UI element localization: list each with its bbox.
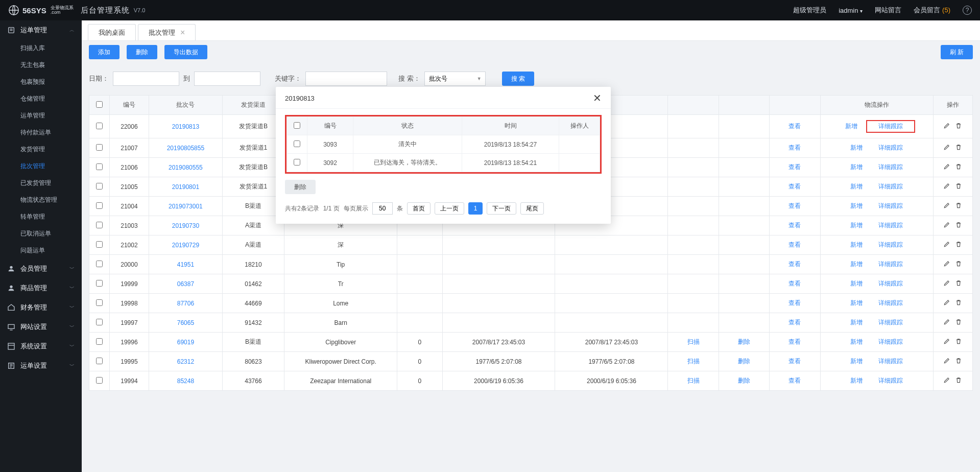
add-new-link[interactable]: 新增 bbox=[850, 241, 863, 249]
edit-icon[interactable] bbox=[943, 376, 950, 384]
sidebar-group[interactable]: 网站设置﹀ bbox=[0, 317, 82, 337]
per-page-input[interactable] bbox=[372, 202, 393, 215]
row-checkbox[interactable] bbox=[96, 280, 103, 287]
add-new-link[interactable]: 新增 bbox=[850, 221, 863, 230]
edit-icon[interactable] bbox=[943, 221, 950, 228]
modal-row-checkbox[interactable] bbox=[294, 140, 300, 147]
edit-icon[interactable] bbox=[943, 122, 950, 129]
batch-link[interactable]: 20190813 bbox=[172, 123, 199, 130]
view-link[interactable]: 查看 bbox=[788, 241, 801, 248]
detail-track-link[interactable]: 详细跟踪 bbox=[878, 163, 903, 172]
row-checkbox[interactable] bbox=[96, 299, 103, 306]
search-button[interactable]: 搜 索 bbox=[502, 72, 534, 86]
sidebar-group[interactable]: 财务管理﹀ bbox=[0, 298, 82, 317]
row-checkbox[interactable] bbox=[96, 202, 103, 209]
sidebar-item[interactable]: 转单管理 bbox=[0, 208, 82, 225]
scan-link[interactable]: 扫描 bbox=[687, 358, 700, 365]
scan-link[interactable]: 扫描 bbox=[687, 338, 700, 345]
detail-track-link[interactable]: 详细跟踪 bbox=[878, 299, 903, 308]
trash-icon[interactable] bbox=[955, 221, 962, 228]
row-checkbox[interactable] bbox=[96, 144, 103, 151]
member-messages-link[interactable]: 会员留言 (5) bbox=[914, 6, 950, 15]
trash-icon[interactable] bbox=[955, 163, 962, 170]
edit-icon[interactable] bbox=[943, 182, 950, 190]
help-icon[interactable]: ? bbox=[963, 6, 972, 15]
next-page-button[interactable]: 下一页 bbox=[487, 202, 516, 215]
detail-track-link[interactable]: 详细跟踪 bbox=[878, 357, 903, 366]
detail-track-link[interactable]: 详细跟踪 bbox=[878, 182, 903, 191]
add-new-link[interactable]: 新增 bbox=[850, 144, 863, 152]
sidebar-group[interactable]: 会员管理﹀ bbox=[0, 259, 82, 278]
detail-track-link[interactable]: 详细跟踪 bbox=[878, 202, 903, 210]
delete-link[interactable]: 删除 bbox=[738, 358, 750, 365]
edit-icon[interactable] bbox=[943, 260, 950, 267]
refresh-button[interactable]: 刷 新 bbox=[941, 45, 973, 59]
tab[interactable]: 我的桌面 bbox=[88, 24, 136, 40]
modal-row-checkbox[interactable] bbox=[294, 159, 300, 166]
add-new-link[interactable]: 新增 bbox=[850, 299, 863, 308]
sidebar-item[interactable]: 已取消运单 bbox=[0, 225, 82, 242]
sidebar-group[interactable]: 运单设置﹀ bbox=[0, 356, 82, 375]
view-link[interactable]: 查看 bbox=[788, 183, 801, 190]
detail-track-link[interactable]: 详细跟踪 bbox=[878, 338, 903, 346]
batch-link[interactable]: 20190729 bbox=[172, 242, 199, 249]
trash-icon[interactable] bbox=[955, 144, 962, 151]
keyword-input[interactable] bbox=[305, 72, 387, 86]
view-link[interactable]: 查看 bbox=[788, 338, 801, 345]
batch-link[interactable]: 85248 bbox=[177, 377, 194, 385]
batch-link[interactable]: 69019 bbox=[177, 339, 194, 346]
view-link[interactable]: 查看 bbox=[788, 319, 801, 326]
view-link[interactable]: 查看 bbox=[788, 163, 801, 171]
trash-icon[interactable] bbox=[955, 357, 962, 364]
detail-track-link[interactable]: 详细跟踪 bbox=[878, 122, 903, 131]
row-checkbox[interactable] bbox=[96, 183, 103, 190]
detail-track-link[interactable]: 详细跟踪 bbox=[878, 260, 903, 269]
trash-icon[interactable] bbox=[955, 122, 962, 129]
trash-icon[interactable] bbox=[955, 338, 962, 345]
sidebar-item[interactable]: 仓储管理 bbox=[0, 90, 82, 107]
row-checkbox[interactable] bbox=[96, 222, 103, 228]
trash-icon[interactable] bbox=[955, 318, 962, 325]
modal-delete-button[interactable]: 删除 bbox=[285, 180, 316, 194]
sidebar-item[interactable]: 运单管理 bbox=[0, 107, 82, 124]
trash-icon[interactable] bbox=[955, 202, 962, 209]
view-link[interactable]: 查看 bbox=[788, 377, 801, 384]
trash-icon[interactable] bbox=[955, 182, 962, 190]
sidebar-group[interactable]: 商品管理﹀ bbox=[0, 278, 82, 298]
detail-track-link[interactable]: 详细跟踪 bbox=[878, 144, 903, 152]
sidebar-item[interactable]: 问题运单 bbox=[0, 242, 82, 259]
first-page-button[interactable]: 首页 bbox=[407, 202, 431, 215]
batch-link[interactable]: 76065 bbox=[177, 319, 194, 326]
batch-link[interactable]: 20190805855 bbox=[167, 145, 204, 152]
current-page-button[interactable]: 1 bbox=[468, 202, 483, 215]
add-new-link[interactable]: 新增 bbox=[850, 338, 863, 346]
edit-icon[interactable] bbox=[943, 357, 950, 364]
edit-icon[interactable] bbox=[943, 338, 950, 345]
add-new-link[interactable]: 新增 bbox=[850, 202, 863, 210]
add-new-link[interactable]: 新增 bbox=[850, 182, 863, 191]
view-link[interactable]: 查看 bbox=[788, 222, 801, 229]
view-link[interactable]: 查看 bbox=[788, 261, 801, 268]
batch-link[interactable]: 41951 bbox=[177, 261, 194, 268]
sidebar-item[interactable]: 待付款运单 bbox=[0, 124, 82, 141]
row-checkbox[interactable] bbox=[96, 377, 103, 384]
sidebar-item[interactable]: 包裹预报 bbox=[0, 74, 82, 90]
sidebar-item[interactable]: 已发货管理 bbox=[0, 175, 82, 192]
tab[interactable]: 批次管理× bbox=[138, 24, 196, 40]
last-page-button[interactable]: 尾页 bbox=[520, 202, 544, 215]
delete-link[interactable]: 删除 bbox=[738, 338, 750, 345]
view-link[interactable]: 查看 bbox=[788, 202, 801, 209]
batch-link[interactable]: 20190730 bbox=[172, 222, 199, 229]
sidebar-item[interactable]: 发货管理 bbox=[0, 141, 82, 158]
scan-link[interactable]: 扫描 bbox=[687, 377, 700, 384]
batch-link[interactable]: 62312 bbox=[177, 358, 194, 365]
row-checkbox[interactable] bbox=[96, 338, 103, 345]
edit-icon[interactable] bbox=[943, 202, 950, 209]
add-new-link[interactable]: 新增 bbox=[850, 279, 863, 288]
delete-link[interactable]: 删除 bbox=[738, 377, 750, 384]
trash-icon[interactable] bbox=[955, 299, 962, 306]
view-link[interactable]: 查看 bbox=[788, 123, 801, 130]
detail-track-link[interactable]: 详细跟踪 bbox=[878, 241, 903, 249]
prev-page-button[interactable]: 上一页 bbox=[435, 202, 464, 215]
edit-icon[interactable] bbox=[943, 318, 950, 325]
